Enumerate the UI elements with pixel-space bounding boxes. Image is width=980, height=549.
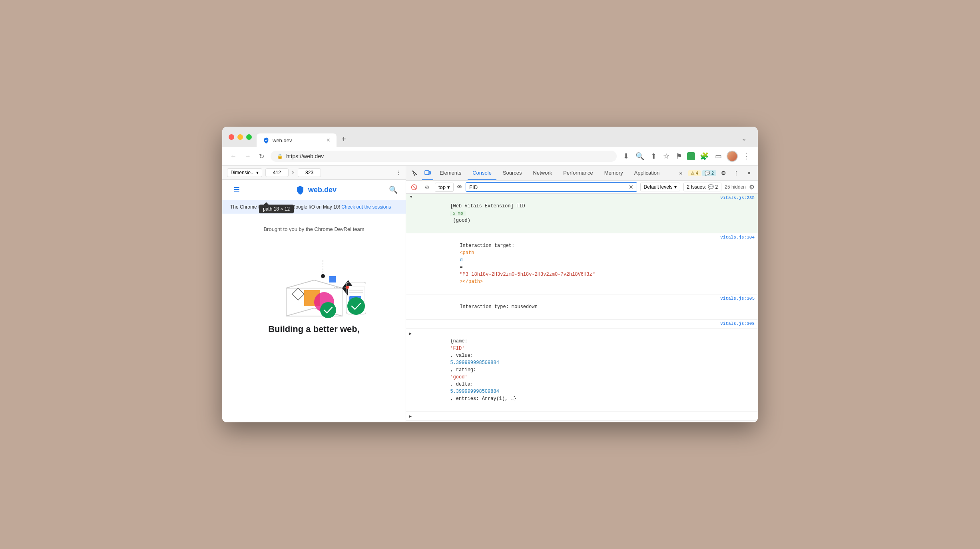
extension-green-icon[interactable]: [687, 152, 695, 160]
toolbar-actions: ⬇ 🔍 ⬆ ☆ ⚑ 🧩 ▭ ⋮: [621, 150, 751, 162]
tab-elements[interactable]: Elements: [435, 166, 466, 180]
hidden-count: 25 hidden: [725, 184, 746, 190]
tab-application[interactable]: Application: [629, 166, 665, 180]
device-more-button[interactable]: ⋮: [396, 170, 401, 175]
console-output: ▶ [Web Vitals Extension] FID 5 ms (good)…: [406, 194, 758, 422]
devtools-close-button[interactable]: ×: [743, 166, 755, 180]
attr-d: d: [460, 257, 462, 263]
dimension-selector[interactable]: Dimensio... ▾: [227, 168, 262, 177]
obj-delta-label: , delta:: [450, 382, 476, 387]
svg-rect-18: [425, 171, 429, 175]
height-input[interactable]: 823: [301, 170, 317, 175]
svg-marker-6: [292, 288, 304, 300]
avatar[interactable]: [727, 151, 738, 162]
url-text: https://web.dev: [286, 153, 324, 159]
device-toggle-button[interactable]: [422, 166, 433, 180]
devtools-more-button[interactable]: ⋮: [731, 166, 742, 180]
nav-hint: ☰: [230, 185, 243, 195]
source-link-305[interactable]: vitals.js:305: [711, 296, 755, 301]
puzzle-icon[interactable]: 🧩: [698, 150, 710, 162]
filter-clear-button[interactable]: ✕: [629, 184, 633, 190]
sidebar-icon[interactable]: ▭: [713, 150, 723, 162]
tab-network[interactable]: Network: [528, 166, 557, 180]
promo-text: Brought to you by the Chrome DevRel team: [263, 226, 364, 232]
metric-rating: (good): [450, 218, 470, 223]
share-icon[interactable]: ⬆: [649, 150, 658, 162]
info-badge[interactable]: 💬 2: [702, 170, 716, 176]
expand-arrow-object[interactable]: ▶: [409, 330, 414, 336]
webpage-panel: Dimensio... ▾ 412 × 823 ⋮ ☰: [222, 166, 406, 422]
source-link-304[interactable]: vitals.js:304: [711, 235, 755, 240]
webdev-logo[interactable]: web.dev: [295, 185, 337, 195]
download-icon[interactable]: ⬇: [621, 150, 631, 162]
tab-close-button[interactable]: ×: [327, 137, 330, 144]
target-label: Interaction target:: [460, 243, 517, 249]
obj-rating-label: , rating:: [450, 367, 479, 373]
console-filter-toggle[interactable]: ⊘: [422, 182, 432, 192]
tab-performance[interactable]: Performance: [558, 166, 598, 180]
title-bar: web.dev × + ⌄: [222, 127, 758, 147]
console-filter-bar[interactable]: ✕: [466, 182, 637, 192]
webdev-header: ☰ web.dev 🔍: [222, 180, 406, 200]
url-bar[interactable]: 🔒 https://web.dev: [271, 151, 617, 162]
webpage-search-button[interactable]: 🔍: [389, 185, 398, 194]
info-icon: 💬: [705, 171, 710, 176]
width-input[interactable]: 412: [269, 170, 285, 175]
console-prompt-input[interactable]: [416, 413, 755, 419]
warning-count: 4: [696, 171, 698, 175]
console-entry-blank: ▶ vitals.js:308: [406, 320, 758, 329]
level-dropdown-icon: ▾: [674, 184, 677, 190]
maximize-button[interactable]: [246, 134, 252, 140]
path-tooltip: path 18 × 12: [259, 205, 294, 213]
back-button[interactable]: ←: [229, 151, 238, 161]
zoom-icon[interactable]: 🔍: [634, 150, 646, 162]
close-button[interactable]: [229, 134, 234, 140]
hamburger-icon[interactable]: ☰: [233, 185, 240, 194]
device-icon: [424, 169, 431, 176]
settings-gear-button[interactable]: ⚙: [718, 166, 729, 180]
warning-badge[interactable]: ⚠ 4: [688, 170, 701, 176]
equals: =: [460, 265, 462, 270]
tab-console[interactable]: Console: [468, 166, 496, 180]
console-entry-fid-text: [Web Vitals Extension] FID 5 ms (good): [416, 195, 709, 231]
new-tab-button[interactable]: +: [337, 131, 351, 147]
level-label: Default levels: [644, 184, 673, 190]
eye-button[interactable]: 👁: [457, 184, 462, 190]
inspect-element-button[interactable]: [409, 166, 420, 180]
minimize-button[interactable]: [237, 134, 243, 140]
svg-point-13: [347, 297, 365, 315]
source-link-308[interactable]: vitals.js:308: [711, 321, 755, 326]
issues-badge[interactable]: 2 Issues: 💬 2: [683, 183, 722, 191]
menu-icon[interactable]: ⋮: [741, 150, 751, 162]
tab-memory[interactable]: Memory: [600, 166, 628, 180]
browser-window: web.dev × + ⌄ ← → ↻ 🔒 https://web.dev ⬇ …: [222, 127, 758, 422]
chrome-notice-link[interactable]: Check out the sessions: [341, 204, 391, 210]
console-entry-object-text: {name: 'FID' , value: 5.399999998509884 …: [416, 330, 755, 410]
tab-chevron-icon[interactable]: ⌄: [737, 131, 751, 147]
obj-open: {name:: [450, 338, 470, 344]
tab-sources[interactable]: Sources: [498, 166, 527, 180]
level-selector[interactable]: Default levels ▾: [640, 183, 680, 191]
cursor-icon: [412, 170, 418, 176]
height-input-container: 823: [298, 168, 321, 177]
source-link-235[interactable]: vitals.js:235: [711, 195, 755, 200]
filter-input[interactable]: [469, 184, 628, 190]
issues-icon: 💬: [708, 184, 714, 190]
svg-rect-4: [329, 276, 336, 282]
prompt-arrow-icon: ▶: [409, 413, 414, 419]
warning-icon: ⚠: [691, 171, 695, 176]
console-clear-button[interactable]: 🚫: [409, 182, 419, 192]
webdev-logo-icon: [295, 185, 305, 195]
context-dropdown-icon: ▾: [447, 184, 450, 190]
expand-arrow-fid[interactable]: ▶: [409, 196, 414, 201]
bookmark-icon[interactable]: ☆: [661, 150, 671, 162]
active-tab[interactable]: web.dev ×: [257, 133, 337, 147]
flag-icon[interactable]: ⚑: [674, 150, 684, 162]
console-settings-button[interactable]: ⚙: [749, 183, 755, 191]
forward-button[interactable]: →: [243, 151, 253, 161]
more-tabs-button[interactable]: »: [675, 166, 687, 180]
reload-button[interactable]: ↻: [257, 151, 266, 162]
context-selector[interactable]: top ▾: [435, 183, 454, 192]
tab-bar: web.dev × +: [257, 131, 732, 147]
svg-rect-19: [429, 171, 430, 174]
